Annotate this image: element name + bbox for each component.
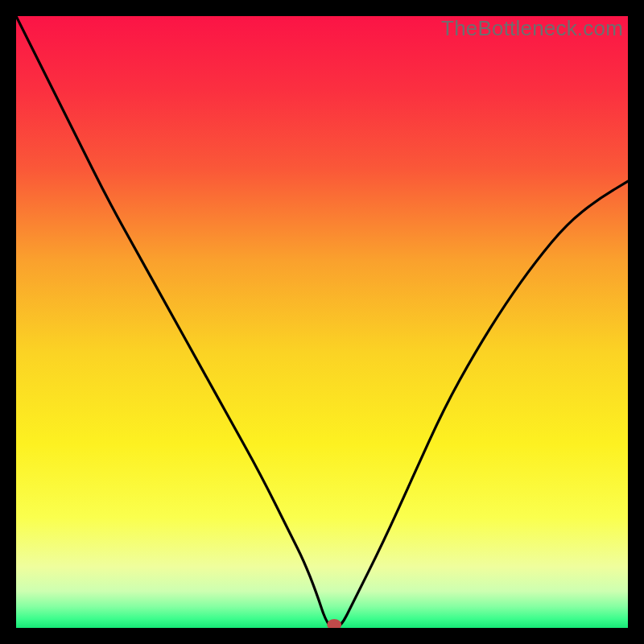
watermark-text: TheBottleneck.com [441,16,623,40]
bottleneck-chart [16,16,628,628]
chart-frame: TheBottleneck.com [16,16,628,628]
gradient-background [16,16,628,628]
